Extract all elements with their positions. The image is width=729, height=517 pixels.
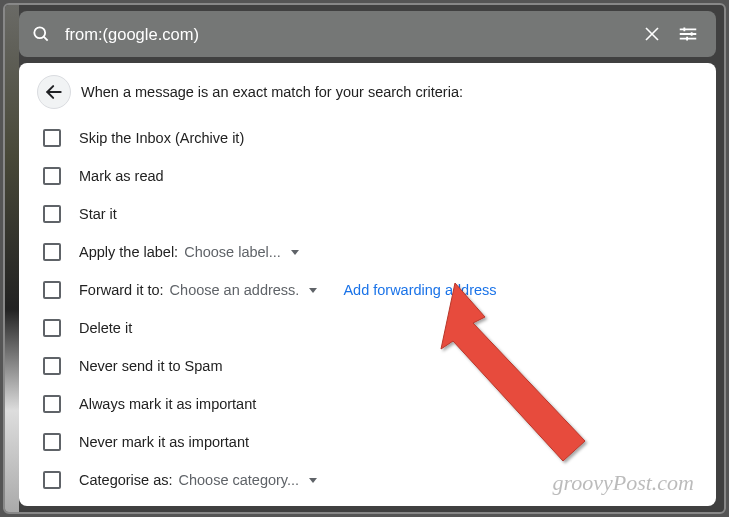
checkbox-never-important[interactable]: [43, 433, 61, 451]
checkbox-categorise[interactable]: [43, 471, 61, 489]
clear-search-icon[interactable]: [634, 16, 670, 52]
dropdown-forward-text: Choose an address.: [170, 282, 300, 298]
checkbox-star[interactable]: [43, 205, 61, 223]
option-delete: Delete it: [43, 309, 698, 347]
label-categorise: Categorise as:: [79, 472, 173, 488]
label-mark-read: Mark as read: [79, 168, 164, 184]
dropdown-apply-label[interactable]: Choose label...: [184, 244, 299, 260]
option-also-apply: Also apply filter to matching conversati…: [43, 499, 698, 506]
search-icon[interactable]: [29, 22, 53, 46]
checkbox-forward[interactable]: [43, 281, 61, 299]
dropdown-apply-label-text: Choose label...: [184, 244, 281, 260]
checkbox-never-spam[interactable]: [43, 357, 61, 375]
option-always-important: Always mark it as important: [43, 385, 698, 423]
search-bar: from:(google.com): [19, 11, 716, 57]
svg-point-0: [34, 27, 45, 38]
option-apply-label: Apply the label: Choose label...: [43, 233, 698, 271]
background-strip: [5, 5, 19, 512]
panel-title: When a message is an exact match for you…: [81, 84, 463, 100]
label-skip-inbox: Skip the Inbox (Archive it): [79, 130, 244, 146]
checkbox-skip-inbox[interactable]: [43, 129, 61, 147]
label-never-spam: Never send it to Spam: [79, 358, 222, 374]
caret-down-icon: [309, 288, 317, 293]
label-apply-label: Apply the label:: [79, 244, 178, 260]
svg-line-1: [44, 37, 48, 41]
dropdown-forward[interactable]: Choose an address.: [170, 282, 318, 298]
option-categorise: Categorise as: Choose category...: [43, 461, 698, 499]
dropdown-categorise[interactable]: Choose category...: [179, 472, 318, 488]
dropdown-categorise-text: Choose category...: [179, 472, 300, 488]
option-never-important: Never mark it as important: [43, 423, 698, 461]
label-always-important: Always mark it as important: [79, 396, 256, 412]
search-query[interactable]: from:(google.com): [65, 25, 634, 44]
search-options-icon[interactable]: [670, 16, 706, 52]
checkbox-apply-label[interactable]: [43, 243, 61, 261]
option-never-spam: Never send it to Spam: [43, 347, 698, 385]
add-forwarding-address-link[interactable]: Add forwarding address: [343, 282, 496, 298]
caret-down-icon: [291, 250, 299, 255]
label-star: Star it: [79, 206, 117, 222]
option-star: Star it: [43, 195, 698, 233]
checkbox-mark-read[interactable]: [43, 167, 61, 185]
option-mark-read: Mark as read: [43, 157, 698, 195]
label-delete: Delete it: [79, 320, 132, 336]
checkbox-delete[interactable]: [43, 319, 61, 337]
checkbox-always-important[interactable]: [43, 395, 61, 413]
caret-down-icon: [309, 478, 317, 483]
back-button[interactable]: [37, 75, 71, 109]
label-never-important: Never mark it as important: [79, 434, 249, 450]
label-forward: Forward it to:: [79, 282, 164, 298]
option-skip-inbox: Skip the Inbox (Archive it): [43, 119, 698, 157]
filter-panel: When a message is an exact match for you…: [19, 63, 716, 506]
option-forward: Forward it to: Choose an address. Add fo…: [43, 271, 698, 309]
